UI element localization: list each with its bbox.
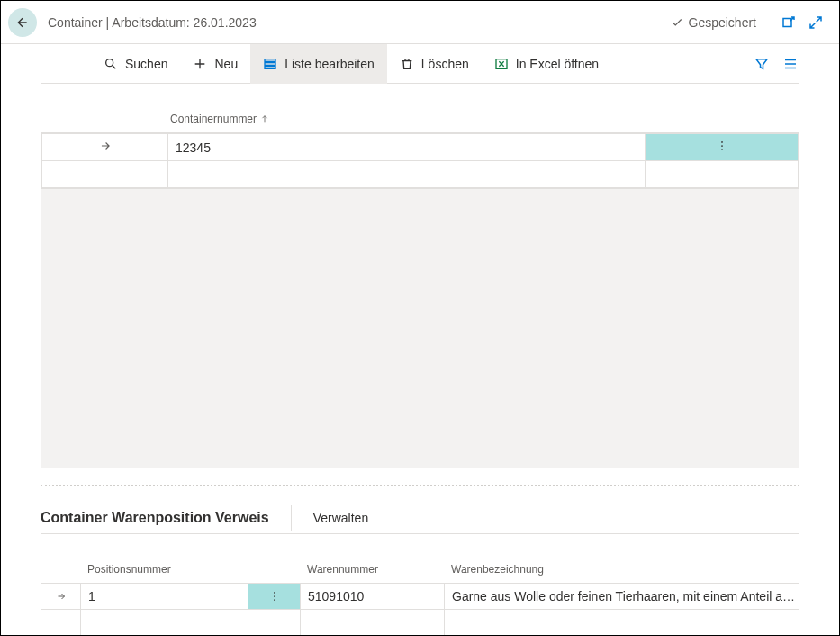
list-icon: [782, 56, 799, 72]
container-number-header[interactable]: Containernummer: [167, 105, 646, 132]
bezeichnung-header[interactable]: Warenbezeichnung: [444, 563, 799, 576]
table-row[interactable]: 1 51091010 Garne aus Wolle oder feinen T…: [41, 583, 799, 610]
expand-button[interactable]: [807, 14, 825, 32]
section-divider: [41, 485, 799, 486]
pos-header[interactable]: Positionsnummer: [80, 563, 248, 576]
svg-point-10: [274, 595, 275, 597]
pos-cell[interactable]: 1: [81, 584, 248, 609]
table-row-empty[interactable]: [42, 161, 799, 188]
warennr-header[interactable]: Warennummer: [300, 563, 444, 576]
svg-rect-2: [265, 59, 275, 61]
container-number-cell[interactable]: 12345: [168, 134, 646, 161]
bezeichnung-cell[interactable]: Garne aus Wolle oder feinen Tierhaaren, …: [445, 584, 799, 609]
edit-list-button[interactable]: Liste bearbeiten: [250, 44, 387, 84]
delete-label: Löschen: [421, 57, 469, 71]
saved-label: Gespeichert: [689, 15, 756, 30]
search-button[interactable]: Suchen: [91, 44, 180, 84]
svg-point-7: [721, 145, 723, 147]
arrow-left-icon: [15, 15, 30, 30]
new-label: Neu: [214, 57, 238, 71]
table-empty-area: [41, 189, 799, 468]
svg-rect-0: [783, 18, 791, 26]
row-actions[interactable]: [646, 134, 799, 161]
table-row[interactable]: 12345: [42, 134, 799, 161]
search-label: Suchen: [125, 57, 167, 71]
delete-button[interactable]: Löschen: [387, 44, 482, 84]
edit-list-label: Liste bearbeiten: [285, 57, 375, 71]
row-selector[interactable]: [41, 584, 81, 609]
check-icon: [671, 16, 683, 29]
trash-icon: [400, 57, 414, 71]
svg-rect-4: [265, 66, 275, 68]
more-vertical-icon: [716, 140, 728, 152]
popout-button[interactable]: [780, 14, 798, 32]
svg-rect-3: [265, 62, 275, 65]
sort-asc-icon: [260, 114, 269, 123]
row-actions[interactable]: [248, 584, 301, 609]
section-title: Container Warenposition Verweis: [41, 503, 269, 533]
manage-button[interactable]: Verwalten: [313, 504, 368, 532]
plus-icon: [193, 57, 207, 71]
list-view-button[interactable]: [781, 55, 799, 73]
warennr-cell[interactable]: 51091010: [301, 584, 445, 609]
svg-point-1: [106, 59, 113, 66]
edit-list-icon: [263, 57, 277, 71]
filter-button[interactable]: [753, 55, 771, 73]
popout-icon: [781, 14, 797, 31]
svg-point-8: [721, 149, 723, 150]
svg-point-9: [274, 592, 275, 594]
filter-icon: [754, 56, 770, 72]
arrow-right-icon: [56, 591, 67, 602]
table-row-empty[interactable]: [41, 610, 799, 636]
new-button[interactable]: Neu: [180, 44, 250, 84]
svg-point-6: [721, 141, 723, 143]
expand-icon: [808, 14, 824, 31]
arrow-right-icon: [99, 140, 112, 152]
back-button[interactable]: [8, 8, 37, 37]
search-icon: [104, 57, 118, 71]
svg-point-11: [274, 599, 275, 601]
open-excel-label: In Excel öffnen: [516, 57, 599, 71]
row-selector[interactable]: [42, 134, 168, 161]
saved-status: Gespeichert: [671, 15, 756, 30]
open-excel-button[interactable]: In Excel öffnen: [482, 44, 611, 84]
more-vertical-icon: [268, 590, 281, 603]
excel-icon: [494, 57, 509, 71]
page-title: Container | Arbeitsdatum: 26.01.2023: [48, 15, 671, 30]
